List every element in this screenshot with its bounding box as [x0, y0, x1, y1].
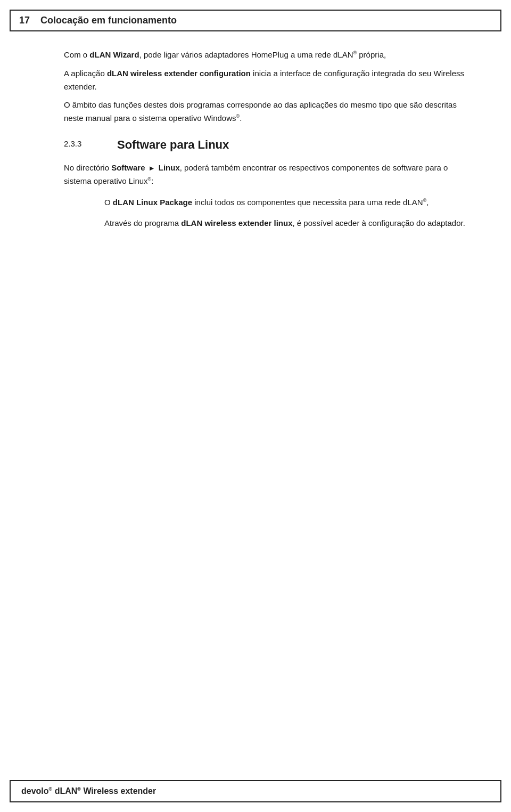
bullet-item-2: Através do programa dLAN wireless extend… — [96, 217, 474, 230]
section-2-3-3-row: 2.3.3 Software para Linux — [64, 138, 474, 152]
footer-bar: devolo® dLAN® Wireless extender — [10, 780, 501, 802]
intro-section: Com o dLAN Wizard, pode ligar vários ada… — [64, 48, 474, 125]
app-label: dLAN wireless extender configuration — [107, 69, 251, 78]
section-number: 2.3.3 — [64, 138, 117, 148]
linux-label: Linux — [159, 163, 180, 172]
bullet-list: O dLAN Linux Package inclui todos os com… — [96, 196, 474, 230]
dlan-wizard-label: dLAN Wizard — [89, 50, 139, 59]
intro-paragraph-3: O âmbito das funções destes dois program… — [64, 99, 474, 125]
bullet-item-1: O dLAN Linux Package inclui todos os com… — [96, 196, 474, 209]
section-body: No directório Software ► Linux, poderá t… — [64, 161, 474, 188]
arrow-icon: ► — [149, 164, 155, 172]
software-label: Software — [111, 163, 145, 172]
footer-text: devolo® dLAN® Wireless extender — [21, 786, 156, 796]
page-container: 17 Colocação em funcionamento Com o dLAN… — [0, 0, 511, 812]
wireless-extender-linux-label: dLAN wireless extender linux — [181, 218, 292, 228]
intro-paragraph-1: Com o dLAN Wizard, pode ligar vários ada… — [64, 48, 474, 62]
content-area: Com o dLAN Wizard, pode ligar vários ada… — [0, 31, 511, 812]
linux-package-label: dLAN Linux Package — [113, 198, 192, 207]
page-title: Colocação em funcionamento — [40, 15, 177, 26]
section-heading: Software para Linux — [117, 138, 229, 152]
intro-paragraph-2: A aplicação dLAN wireless extender confi… — [64, 67, 474, 94]
header-bar: 17 Colocação em funcionamento — [10, 10, 501, 31]
page-number: 17 — [19, 15, 30, 26]
